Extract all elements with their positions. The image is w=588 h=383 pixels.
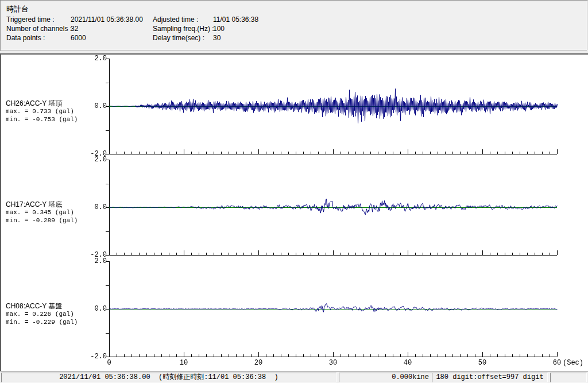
channel-max-value: max. = 0.345 (gal): [6, 208, 98, 216]
x-tick-0: 0: [100, 359, 118, 367]
status-digit-text: 180 digit:offset=997 digit: [436, 373, 543, 381]
channel-min-value: min. = -0.289 (gal): [6, 216, 98, 225]
num-channels-label: Number of channels :: [6, 25, 72, 33]
status-digit-section: 180 digit:offset=997 digit: [432, 373, 548, 382]
data-points-label: Data points :: [6, 34, 45, 42]
status-time-section: 2021/11/01 05:36:38.00 (時刻修正時刻:11/01 05:…: [1, 373, 336, 382]
y-axis-label-top: 2.0: [87, 55, 107, 63]
x-tick-20: 20: [250, 359, 267, 367]
x-axis-unit: (Sec): [563, 359, 583, 367]
channel-info-ch17: CH17:ACC-Y 塔底 max. = 0.345 (gal) min. = …: [6, 200, 98, 225]
status-kine-value: 0.000kine: [392, 373, 429, 381]
sampling-freq-value: 100: [213, 25, 225, 33]
y-axis-label-zero: 0.0: [87, 305, 107, 313]
delay-time-label: Delay time(sec) :: [153, 34, 204, 42]
channel-info-ch26: CH26:ACC-Y 塔頂 max. = 0.733 (gal) min. = …: [6, 99, 98, 123]
y-axis-label-zero: 0.0: [87, 203, 107, 211]
channel-max-value: max. = 0.226 (gal): [6, 310, 98, 318]
channel-info-ch08: CH08:ACC-Y 基盤 max. = 0.226 (gal) min. = …: [6, 302, 98, 326]
triggered-time-value: 2021/11/01 05:36:38.00: [71, 16, 143, 24]
adjusted-time-value: 11/01 05:36:38: [213, 16, 258, 24]
sampling-freq-label: Sampling freq.(Hz) :: [153, 25, 214, 33]
channel-name: CH17:ACC-Y 塔底: [6, 200, 98, 208]
channel-min-value: min. = -0.753 (gal): [6, 115, 98, 123]
x-tick-50: 50: [474, 359, 491, 367]
channel-name: CH26:ACC-Y 塔頂: [6, 99, 98, 107]
waveform-plot-area: CH26:ACC-Y 塔頂 max. = 0.733 (gal) min. = …: [0, 53, 588, 372]
window-title: 時計台: [6, 4, 29, 14]
status-empty-section: [550, 373, 587, 382]
delay-time-value: 30: [213, 34, 220, 42]
channel-min-value: min. = -0.229 (gal): [6, 318, 98, 326]
status-kine-section: 0.000kine: [339, 373, 433, 382]
x-tick-40: 40: [399, 359, 416, 367]
channel-name: CH08:ACC-Y 基盤: [6, 302, 98, 310]
adjusted-time-label: Adjusted time :: [153, 16, 198, 24]
app-window: 時計台 Triggered time : 2021/11/01 05:36:38…: [0, 0, 588, 383]
x-tick-30: 30: [324, 359, 342, 367]
status-time-text: 2021/11/01 05:36:38.00 (時刻修正時刻:11/01 05:…: [59, 373, 278, 381]
status-bar: 2021/11/01 05:36:38.00 (時刻修正時刻:11/01 05:…: [0, 371, 588, 383]
y-axis-label-top: 2.0: [87, 156, 107, 164]
data-points-value: 6000: [71, 34, 86, 42]
num-channels-value: 32: [71, 25, 78, 33]
header-panel: 時計台 Triggered time : 2021/11/01 05:36:38…: [0, 0, 588, 51]
channel-max-value: max. = 0.733 (gal): [6, 107, 98, 115]
triggered-time-label: Triggered time :: [6, 16, 55, 24]
y-axis-label-zero: 0.0: [87, 102, 107, 110]
x-tick-10: 10: [175, 359, 192, 367]
y-axis-label-top: 2.0: [87, 257, 107, 265]
